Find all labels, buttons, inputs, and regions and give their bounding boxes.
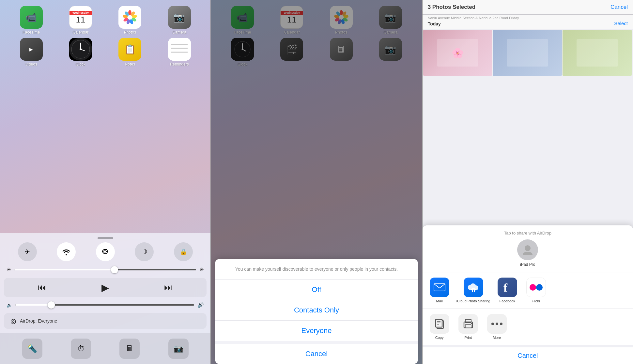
svg-point-15 — [80, 48, 82, 50]
svg-point-10 — [128, 15, 132, 19]
svg-rect-16 — [168, 38, 191, 61]
app-facetime[interactable]: 📹 FaceTime — [17, 6, 46, 35]
app-notes[interactable]: 📋 Notes — [115, 38, 145, 67]
play-button[interactable]: ▶ — [101, 282, 109, 293]
share-airdrop-label: Tap to share with AirDrop — [428, 231, 628, 235]
photos-today-label: Today — [428, 21, 441, 26]
share-app-flickr[interactable]: Flickr — [524, 278, 548, 303]
airdrop-icon: ◎ — [10, 317, 16, 325]
do-not-disturb-button[interactable]: ☽ — [135, 242, 154, 261]
share-apps-row: Mail iCloud Photo Sharing f — [428, 278, 628, 303]
airdrop-contacts-option[interactable]: Contacts Only — [215, 300, 418, 321]
cc-handle-bar — [98, 237, 113, 239]
flickr-app-label: Flickr — [532, 299, 540, 303]
share-device-name: iPad Pro — [520, 262, 535, 267]
volume-track[interactable] — [15, 304, 194, 306]
reminders-icon — [168, 38, 191, 61]
svg-text:f: f — [503, 281, 508, 294]
brightness-min-icon: ☀ — [7, 266, 11, 273]
music-player: ⏮ ▶ ⏭ — [4, 278, 207, 297]
bluetooth-button[interactable]: ⭖ — [96, 242, 115, 261]
calendar-day-num: 11 — [76, 15, 85, 24]
photos-cancel-button[interactable]: Cancel — [610, 4, 628, 10]
app-clock[interactable]: Clock — [66, 38, 95, 67]
control-center: ✈ ⭖ ☽ 🔒 ☀ ☀ ⏮ ▶ ⏭ — [0, 233, 210, 364]
photos-sub-header: Nanlu Avenue Middle Section & Nanhua 2nd… — [423, 15, 633, 29]
airdrop-label: AirDrop: Everyone — [20, 318, 57, 324]
reminders-label: Reminders — [170, 62, 189, 67]
share-device-avatar — [517, 239, 538, 260]
share-airdrop-devices: iPad Pro — [428, 239, 628, 272]
svg-rect-48 — [465, 325, 471, 328]
share-action-more[interactable]: More — [485, 314, 509, 340]
calculator-button[interactable]: 🖩 — [119, 339, 140, 359]
share-action-copy[interactable]: Copy — [428, 314, 451, 340]
panel-3: 3 Photos Selected Cancel Nanlu Avenue Mi… — [423, 0, 633, 364]
app-videos[interactable]: ▶ Videos — [17, 38, 46, 67]
brightness-thumb[interactable] — [111, 266, 118, 273]
share-action-print[interactable]: Print — [456, 314, 480, 340]
photo-thumb-3[interactable] — [563, 30, 632, 76]
volume-fill — [15, 304, 51, 306]
more-action-label: More — [493, 336, 501, 340]
svg-point-41 — [536, 284, 543, 291]
share-app-facebook[interactable]: f Facebook — [496, 278, 519, 303]
app-reminders[interactable]: Reminders — [165, 38, 194, 67]
photo-thumb-2[interactable] — [493, 30, 562, 76]
share-airdrop-section: Tap to share with AirDrop iPad Pro — [423, 225, 633, 272]
share-cancel-button[interactable]: Cancel — [423, 345, 633, 364]
more-action-icon — [487, 314, 507, 334]
fast-forward-button[interactable]: ⏭ — [164, 282, 173, 293]
flickr-app-icon — [526, 278, 546, 297]
calendar-label: Calendar — [73, 30, 89, 35]
app-row-1: 📹 FaceTime Wednesday 11 Calendar — [0, 0, 210, 37]
wifi-button[interactable] — [57, 242, 76, 261]
camera-quick-button[interactable]: 📷 — [168, 339, 189, 359]
photo-thumb-1[interactable]: 🌸 — [423, 30, 492, 76]
app-row-2: ▶ Videos Clock 📋 Notes — [0, 37, 210, 68]
videos-icon: ▶ — [20, 38, 43, 61]
app-calendar[interactable]: Wednesday 11 Calendar — [66, 6, 95, 35]
volume-thumb[interactable] — [48, 301, 55, 309]
facebook-app-icon: f — [498, 278, 517, 297]
svg-point-53 — [500, 323, 502, 325]
svg-point-40 — [530, 284, 536, 291]
share-apps-section: Mail iCloud Photo Sharing f — [423, 272, 633, 309]
volume-max-icon: 🔊 — [197, 302, 204, 308]
brightness-fill — [14, 269, 115, 270]
mail-app-label: Mail — [436, 299, 443, 303]
mail-app-icon — [430, 278, 449, 297]
photos-icon — [118, 6, 141, 29]
facebook-app-label: Facebook — [499, 299, 515, 303]
photos-location: Nanlu Avenue Middle Section & Nanhua 2nd… — [428, 16, 628, 20]
app-camera[interactable]: 📷 Camera — [165, 6, 194, 35]
airdrop-description: You can make yourself discoverable to ev… — [215, 259, 418, 280]
quick-apps: 🔦 ⏱ 🖩 📷 — [0, 333, 210, 364]
photos-selected-count: 3 Photos Selected — [428, 4, 475, 10]
airplane-mode-button[interactable]: ✈ — [18, 242, 37, 261]
share-sheet: Tap to share with AirDrop iPad Pro — [423, 225, 633, 364]
brightness-track[interactable] — [14, 269, 196, 270]
airdrop-everyone-option[interactable]: Everyone — [215, 321, 418, 341]
airdrop-off-option[interactable]: Off — [215, 280, 418, 300]
divider-2 — [422, 0, 423, 364]
share-app-icloud[interactable]: iCloud Photo Sharing — [456, 278, 490, 303]
airdrop-row[interactable]: ◎ AirDrop: Everyone — [4, 313, 207, 329]
panel-2: 📹 FaceTime Wednesday 11 Calendar — [211, 0, 422, 364]
rotation-lock-button[interactable]: 🔒 — [174, 242, 193, 261]
photos-select-button[interactable]: Select — [614, 21, 628, 26]
photos-label: Photos — [124, 30, 136, 35]
airdrop-cancel-button[interactable]: Cancel — [215, 341, 418, 364]
cc-handle — [0, 236, 210, 242]
share-app-mail[interactable]: Mail — [428, 278, 451, 303]
torch-button[interactable]: 🔦 — [22, 339, 42, 359]
rewind-button[interactable]: ⏮ — [38, 282, 46, 293]
svg-rect-43 — [436, 319, 442, 327]
app-photos[interactable]: Photos — [115, 6, 145, 35]
calendar-day-name: Wednesday — [69, 11, 92, 15]
timer-button[interactable]: ⏱ — [71, 339, 91, 359]
share-actions-section: Copy Print — [423, 309, 633, 345]
brightness-row: ☀ ☀ — [0, 266, 210, 278]
share-device-ipad[interactable]: iPad Pro — [517, 239, 538, 267]
clock-label: Clock — [76, 62, 85, 67]
